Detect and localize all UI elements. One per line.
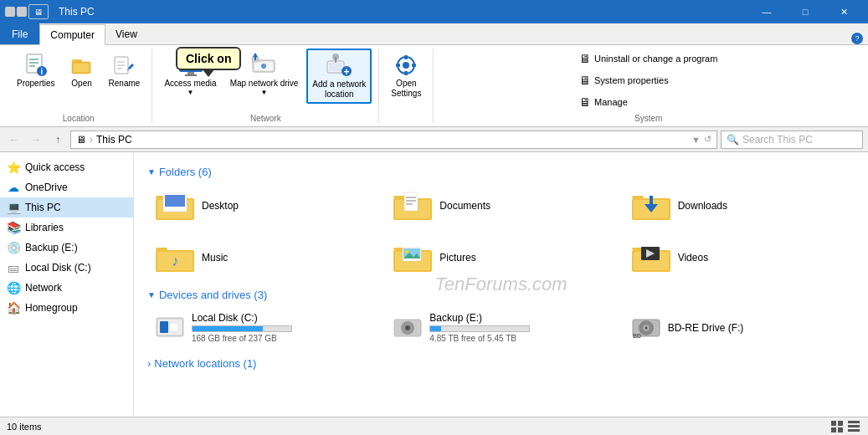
backup-e-label: Backup (E:) (25, 242, 78, 253)
add-network-location-button[interactable]: + Add a networklocation (306, 49, 372, 104)
backup-e-info: Backup (E:) 4.85 TB free of 5.45 TB (429, 312, 530, 343)
access-media-arrow: ▼ (187, 89, 194, 96)
title-icon-1 (5, 7, 15, 17)
open-settings-button[interactable]: OpenSettings (386, 49, 426, 102)
network-label: Network (25, 282, 62, 294)
main-area: ⭐ Quick access ☁ OneDrive 💻 This PC 📚 Li… (0, 152, 868, 417)
svg-text:BD: BD (633, 333, 641, 339)
search-icon: 🔍 (727, 134, 739, 146)
system-properties-button[interactable]: 🖥 System properties (573, 70, 723, 90)
search-placeholder: Search This PC (742, 134, 813, 146)
tab-view[interactable]: View (105, 23, 147, 44)
folders-section-header[interactable]: ▼ Folders (6) (147, 166, 855, 178)
ribbon-group-location: i Properties Open Rename Location (5, 49, 152, 123)
uninstall-button[interactable]: 🖥 Uninstall or change a program (573, 49, 723, 69)
add-network-location-icon: + (326, 53, 352, 79)
drive-backup-e[interactable]: Backup (E:) 4.85 TB free of 5.45 TB (385, 306, 616, 349)
forward-button[interactable]: → (27, 130, 45, 149)
open-settings-label: OpenSettings (391, 79, 421, 99)
manage-button[interactable]: 🖥 Manage (573, 92, 723, 112)
drives-section-label: Devices and drives (3) (159, 289, 267, 301)
documents-label: Documents (439, 200, 490, 212)
system-props-label: System properties (594, 75, 669, 85)
svg-rect-42 (165, 195, 185, 207)
maximize-button[interactable]: □ (786, 0, 824, 23)
documents-folder-icon (393, 189, 433, 223)
onedrive-icon: ☁ (7, 181, 20, 194)
sidebar-item-backup-e[interactable]: 💿 Backup (E:) (0, 238, 133, 258)
search-box[interactable]: 🔍 Search This PC (721, 130, 863, 149)
map-network-drive-label: Map network drive (230, 79, 299, 89)
sidebar-item-homegroup[interactable]: 🏠 Homegroup (0, 298, 133, 318)
sidebar-item-onedrive[interactable]: ☁ OneDrive (0, 177, 133, 197)
local-c-bar-bg (192, 325, 292, 332)
address-dropdown[interactable]: ▼ (691, 135, 701, 145)
svg-rect-88 (848, 425, 860, 427)
videos-label: Videos (678, 252, 708, 264)
svg-point-33 (403, 62, 409, 69)
quick-access-label: Quick access (25, 161, 85, 173)
desktop-label: Desktop (202, 200, 239, 212)
desktop-folder-icon (155, 189, 195, 223)
drives-section-header[interactable]: ▼ Devices and drives (3) (147, 289, 855, 301)
sidebar-item-quick-access[interactable]: ⭐ Quick access (0, 157, 133, 177)
folder-documents[interactable]: Documents (385, 183, 616, 228)
tab-file[interactable]: File (0, 23, 39, 44)
folder-pictures[interactable]: Pictures (385, 235, 616, 280)
system-items: 🖥 Uninstall or change a program 🖥 System… (573, 49, 723, 112)
sidebar-item-this-pc[interactable]: 💻 This PC (0, 197, 133, 218)
network-chevron: › (147, 357, 151, 370)
uninstall-icon: 🖥 (579, 52, 591, 65)
rename-button[interactable]: Rename (104, 49, 146, 92)
videos-folder-icon (631, 241, 671, 274)
folder-music[interactable]: ♪ Music (147, 235, 378, 280)
network-locations-label: Network locations (1) (154, 357, 256, 370)
svg-rect-89 (848, 429, 860, 432)
local-c-name: Local Disk (C:) (192, 312, 292, 324)
svg-rect-18 (185, 74, 197, 76)
bdre-f-info: BD-RE Drive (F:) (668, 322, 744, 334)
ribbon-group-open-settings: OpenSettings (379, 49, 434, 123)
folder-videos[interactable]: Videos (624, 235, 855, 280)
back-button[interactable]: ← (5, 130, 23, 149)
system-group-label: System (440, 112, 856, 123)
address-path[interactable]: 🖥 › This PC ▼ ↺ (70, 130, 717, 149)
grid-view-button[interactable] (829, 419, 845, 434)
svg-text:i: i (40, 67, 43, 76)
svg-rect-37 (412, 64, 416, 67)
open-button[interactable]: Open (64, 49, 100, 92)
local-disk-c-label: Local Disk (C:) (25, 262, 91, 274)
homegroup-icon: 🏠 (7, 301, 20, 315)
list-view-button[interactable] (846, 419, 861, 434)
sidebar-item-network[interactable]: 🌐 Network (0, 278, 133, 298)
help-button[interactable]: ? (851, 33, 863, 44)
sidebar: ⭐ Quick access ☁ OneDrive 💻 This PC 📚 Li… (0, 152, 134, 417)
map-drive-arrow: ▼ (261, 89, 268, 96)
folders-section-label: Folders (6) (159, 166, 212, 178)
close-button[interactable]: ✕ (824, 0, 863, 23)
uninstall-label: Uninstall or change a program (594, 54, 717, 64)
tooltip-arrow (202, 69, 215, 77)
drive-local-c[interactable]: Local Disk (C:) 168 GB free of 237 GB (147, 306, 378, 349)
tab-computer[interactable]: Computer (39, 24, 105, 45)
properties-label: Properties (17, 79, 55, 89)
folder-downloads[interactable]: Downloads (624, 183, 855, 228)
folder-desktop[interactable]: Desktop (147, 183, 378, 228)
onedrive-label: OneDrive (25, 182, 68, 193)
minimize-button[interactable]: — (747, 0, 786, 23)
pictures-label: Pictures (439, 252, 475, 264)
up-button[interactable]: ↑ (49, 130, 67, 149)
backup-e-bar-fill (430, 326, 441, 331)
sidebar-item-libraries[interactable]: 📚 Libraries (0, 218, 133, 238)
properties-button[interactable]: i Properties (12, 49, 60, 92)
svg-rect-43 (393, 196, 405, 198)
drive-bdre-f[interactable]: BD BD-RE Drive (F:) (624, 306, 855, 349)
address-refresh[interactable]: ↺ (704, 134, 711, 145)
libraries-label: Libraries (25, 222, 64, 233)
sidebar-item-local-disk-c[interactable]: 🖴 Local Disk (C:) (0, 258, 133, 278)
network-group-label: Network (159, 112, 372, 123)
svg-rect-84 (838, 421, 843, 426)
network-locations-header[interactable]: › Network locations (1) (147, 357, 855, 370)
quick-access-icon: ⭐ (7, 161, 20, 174)
svg-rect-54 (156, 248, 167, 250)
